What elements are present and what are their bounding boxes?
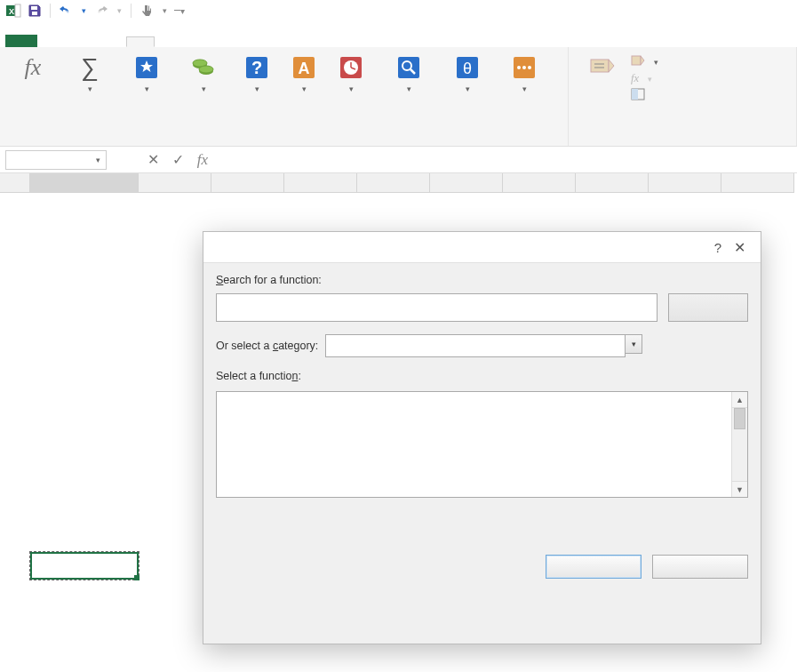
touch-mode-icon[interactable] (139, 3, 155, 19)
more-functions-button[interactable]: ▾ (494, 51, 554, 93)
tag-icon (586, 52, 617, 83)
svg-text:A: A (299, 60, 310, 77)
insert-function-button[interactable]: fx (5, 51, 60, 84)
insert-fx-button[interactable]: fx (190, 150, 215, 170)
star-icon (132, 52, 162, 83)
financial-button[interactable]: ▾ (176, 51, 231, 93)
select-function-label: Select a function: (216, 370, 748, 382)
svg-rect-3 (31, 6, 37, 10)
column-header[interactable] (649, 173, 721, 193)
ribbon-tabs (0, 21, 797, 47)
svg-rect-4 (32, 12, 37, 15)
active-cell-indicator (30, 552, 139, 580)
question-icon: ? (242, 52, 272, 83)
svg-rect-28 (632, 56, 641, 65)
svg-text:θ: θ (463, 60, 472, 77)
scroll-up-icon[interactable]: ▲ (732, 392, 747, 408)
search-icon (394, 52, 424, 83)
svg-rect-1 (15, 4, 20, 17)
touch-dropdown-icon[interactable]: ▾ (160, 3, 169, 19)
help-icon[interactable]: ? (707, 240, 729, 255)
customize-qat-icon[interactable]: ▾ (174, 3, 185, 19)
coins-icon (188, 52, 219, 83)
column-header[interactable] (30, 173, 139, 193)
lookup-reference-button[interactable]: ▾ (377, 51, 441, 93)
cancel-entry-button[interactable]: ✕ (140, 150, 165, 170)
scrollbar[interactable]: ▲ ▼ (731, 392, 747, 497)
tab-formulas[interactable] (126, 36, 155, 47)
svg-rect-25 (591, 60, 609, 72)
svg-rect-30 (632, 89, 638, 100)
svg-point-22 (517, 66, 521, 69)
ellipsis-icon (509, 52, 539, 83)
tab-data[interactable] (155, 37, 183, 47)
column-header[interactable] (503, 173, 576, 193)
group-label-defined-names (574, 141, 791, 146)
svg-text:?: ? (251, 58, 262, 77)
category-label: Or select a category: (216, 340, 318, 352)
tab-review[interactable] (183, 37, 211, 47)
scroll-down-icon[interactable]: ▼ (732, 481, 747, 497)
date-time-button[interactable]: ▾ (327, 51, 375, 93)
search-input[interactable] (216, 293, 658, 322)
go-button[interactable] (668, 293, 748, 322)
logical-button[interactable]: ? ▾ (233, 51, 281, 93)
function-listbox[interactable]: ▲ ▼ (216, 391, 748, 498)
svg-rect-16 (398, 57, 419, 78)
redo-icon[interactable] (93, 3, 109, 19)
column-header[interactable] (284, 173, 357, 193)
recently-used-button[interactable]: ▾ (119, 51, 174, 93)
scroll-thumb[interactable] (734, 408, 745, 429)
column-header[interactable] (721, 173, 794, 193)
cancel-button[interactable] (652, 555, 748, 579)
excel-icon: X (5, 3, 21, 19)
close-icon[interactable]: ✕ (729, 239, 750, 256)
chevron-down-icon[interactable]: ▾ (96, 156, 100, 164)
column-header[interactable] (211, 173, 284, 193)
category-select[interactable] (325, 334, 626, 357)
insert-function-dialog: ? ✕ Search for a function: Or select a c… (203, 231, 761, 644)
save-icon[interactable] (27, 3, 43, 19)
math-trig-button[interactable]: θ ▾ (442, 51, 492, 93)
svg-point-24 (528, 66, 531, 69)
undo-dropdown-icon[interactable]: ▾ (79, 3, 88, 19)
chevron-down-icon[interactable]: ▾ (625, 334, 642, 354)
name-box[interactable]: ▾ (5, 150, 107, 170)
text-button[interactable]: A ▾ (283, 51, 325, 93)
fx-icon: fx (197, 151, 208, 169)
svg-point-9 (199, 66, 213, 73)
theta-icon: θ (452, 52, 482, 83)
title-bar: X ▾ ▾ ▾ ▾ (0, 0, 797, 21)
autosum-button[interactable]: ∑ ▾ (62, 51, 117, 93)
sigma-icon: ∑ (75, 52, 105, 83)
column-header[interactable] (139, 173, 211, 193)
define-name-button[interactable]: ▾ (631, 54, 658, 69)
column-header[interactable] (357, 173, 430, 193)
create-from-selection-button[interactable] (631, 88, 658, 103)
column-header[interactable] (576, 173, 649, 193)
name-manager-button[interactable] (574, 51, 629, 84)
tab-file[interactable] (5, 35, 37, 47)
ok-button[interactable] (546, 555, 642, 579)
undo-icon[interactable] (58, 3, 74, 19)
tag-small-icon (631, 54, 645, 69)
check-icon: ✓ (172, 151, 184, 168)
tab-page-layout[interactable] (98, 37, 126, 47)
quick-access-toolbar: X ▾ ▾ ▾ ▾ (5, 3, 185, 19)
use-in-formula-button[interactable]: fx ▾ (631, 72, 658, 85)
search-label: Search for a function: (216, 274, 748, 286)
fx-small-icon: fx (631, 72, 639, 85)
dialog-titlebar[interactable]: ? ✕ (203, 232, 761, 262)
select-all-corner[interactable] (0, 173, 30, 193)
tab-home[interactable] (41, 37, 69, 47)
formula-bar: ▾ ✕ ✓ fx (0, 147, 797, 173)
redo-dropdown-icon[interactable]: ▾ (115, 3, 124, 19)
fx-icon: fx (18, 52, 48, 83)
ribbon: fx ∑ ▾ ▾ ▾ ? ▾ A ▾ (0, 47, 797, 147)
enter-entry-button[interactable]: ✓ (165, 150, 190, 170)
group-label-function-library (5, 141, 562, 146)
tab-view[interactable] (211, 37, 240, 47)
column-header[interactable] (430, 173, 503, 193)
tab-insert[interactable] (69, 37, 98, 47)
create-selection-icon (631, 88, 645, 103)
